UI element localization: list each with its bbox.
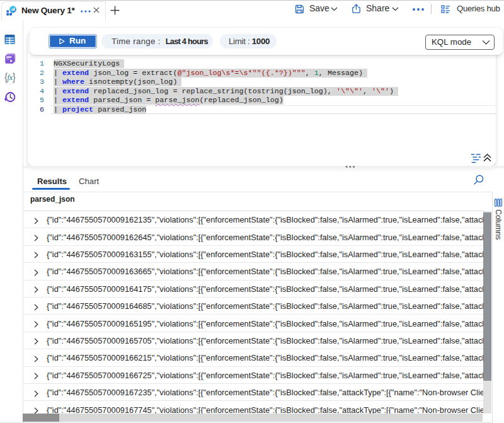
svg-text:fx: fx [7, 73, 13, 82]
